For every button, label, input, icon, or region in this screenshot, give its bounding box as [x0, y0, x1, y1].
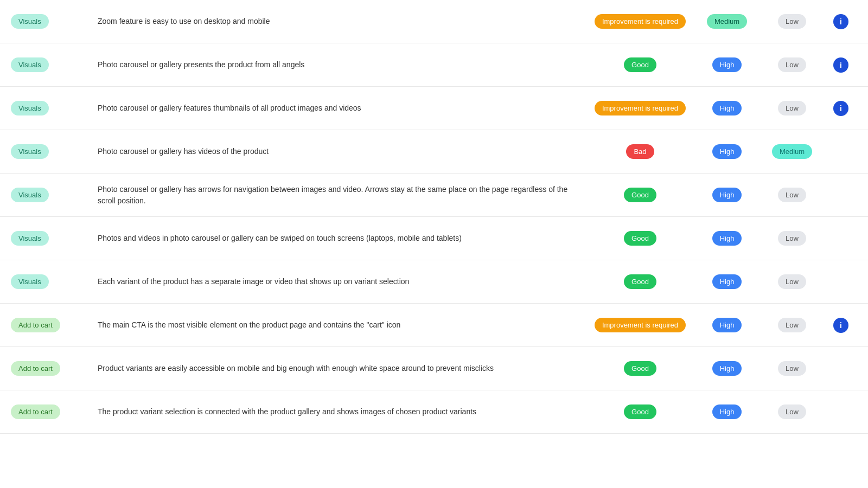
effort-badge: Low	[778, 404, 806, 419]
effort-badge: Low	[778, 188, 806, 202]
info-column: i	[825, 14, 857, 29]
effort-badge: Low	[778, 101, 806, 115]
table-row: Visuals Photo carousel or gallery has ar…	[0, 174, 868, 217]
priority-badge: High	[712, 404, 742, 419]
priority-badge: High	[712, 144, 742, 159]
effort-column: Low	[760, 57, 825, 72]
description-column: Photo carousel or gallery has arrows for…	[98, 184, 586, 207]
priority-column: High	[694, 57, 760, 72]
status-badge: Bad	[626, 144, 654, 159]
category-column: Add to cart	[11, 404, 98, 419]
table-row: Visuals Each variant of the product has …	[0, 260, 868, 304]
effort-column: Low	[760, 101, 825, 115]
description-column: Photo carousel or gallery presents the p…	[98, 59, 586, 70]
description-column: Product variants are easily accessible o…	[98, 363, 586, 374]
status-badge: Good	[624, 231, 656, 246]
effort-column: Low	[760, 361, 825, 376]
category-column: Visuals	[11, 274, 98, 289]
effort-badge: Low	[778, 231, 806, 246]
category-column: Add to cart	[11, 318, 98, 332]
priority-badge: High	[712, 231, 742, 246]
description-column: Each variant of the product has a separa…	[98, 276, 586, 287]
info-icon[interactable]: i	[833, 318, 848, 333]
effort-badge: Low	[778, 57, 806, 72]
effort-badge: Low	[778, 14, 806, 29]
status-column: Improvement is required	[586, 14, 694, 29]
info-icon[interactable]: i	[833, 14, 848, 29]
info-icon[interactable]: i	[833, 57, 848, 73]
info-column: i	[825, 318, 857, 333]
category-column: Visuals	[11, 57, 98, 72]
description-column: The product variant selection is connect…	[98, 406, 586, 418]
priority-column: Medium	[694, 14, 760, 29]
category-badge: Visuals	[11, 274, 49, 289]
status-badge: Good	[624, 404, 656, 419]
priority-column: High	[694, 188, 760, 202]
category-badge: Visuals	[11, 188, 49, 202]
category-badge: Visuals	[11, 101, 49, 115]
status-badge: Good	[624, 57, 656, 72]
priority-column: High	[694, 101, 760, 115]
main-table: Visuals Zoom feature is easy to use on d…	[0, 0, 868, 488]
category-column: Add to cart	[11, 361, 98, 376]
category-column: Visuals	[11, 144, 98, 159]
effort-column: Low	[760, 404, 825, 419]
category-badge: Add to cart	[11, 361, 60, 376]
effort-badge: Low	[778, 361, 806, 376]
category-badge: Visuals	[11, 14, 49, 29]
effort-badge: Low	[778, 274, 806, 289]
category-badge: Visuals	[11, 231, 49, 246]
effort-column: Low	[760, 188, 825, 202]
priority-column: High	[694, 361, 760, 376]
status-column: Improvement is required	[586, 101, 694, 115]
status-badge: Good	[624, 361, 656, 376]
priority-column: High	[694, 318, 760, 332]
status-column: Good	[586, 57, 694, 72]
priority-column: High	[694, 144, 760, 159]
description-column: Zoom feature is easy to use on desktop a…	[98, 16, 586, 27]
description-column: Photos and videos in photo carousel or g…	[98, 233, 586, 244]
status-column: Improvement is required	[586, 318, 694, 332]
status-badge: Good	[624, 188, 656, 202]
priority-badge: High	[712, 188, 742, 202]
priority-badge: High	[712, 274, 742, 289]
priority-badge: High	[712, 361, 742, 376]
effort-column: Low	[760, 274, 825, 289]
description-column: Photo carousel or gallery has videos of …	[98, 146, 586, 157]
effort-column: Low	[760, 231, 825, 246]
info-column: i	[825, 57, 857, 73]
status-badge: Improvement is required	[595, 14, 686, 29]
category-column: Visuals	[11, 188, 98, 202]
category-badge: Add to cart	[11, 318, 60, 332]
status-column: Bad	[586, 144, 694, 159]
priority-column: High	[694, 231, 760, 246]
priority-badge: High	[712, 318, 742, 332]
status-badge: Good	[624, 274, 656, 289]
effort-column: Low	[760, 14, 825, 29]
category-badge: Visuals	[11, 57, 49, 72]
table-row: Visuals Photo carousel or gallery has vi…	[0, 130, 868, 174]
priority-column: High	[694, 404, 760, 419]
status-column: Good	[586, 274, 694, 289]
status-column: Good	[586, 361, 694, 376]
info-icon[interactable]: i	[833, 101, 848, 116]
description-column: The main CTA is the most visible element…	[98, 319, 586, 331]
table-row: Add to cart Product variants are easily …	[0, 347, 868, 390]
status-column: Good	[586, 231, 694, 246]
table-row: Visuals Photos and videos in photo carou…	[0, 217, 868, 260]
priority-badge: Medium	[707, 14, 747, 29]
description-column: Photo carousel or gallery features thumb…	[98, 102, 586, 114]
effort-column: Low	[760, 318, 825, 332]
category-column: Visuals	[11, 231, 98, 246]
priority-badge: High	[712, 101, 742, 115]
priority-badge: High	[712, 57, 742, 72]
effort-column: Medium	[760, 144, 825, 159]
effort-badge: Low	[778, 318, 806, 332]
table-row: Visuals Photo carousel or gallery featur…	[0, 87, 868, 130]
category-badge: Add to cart	[11, 404, 60, 419]
category-column: Visuals	[11, 14, 98, 29]
category-badge: Visuals	[11, 144, 49, 159]
status-column: Good	[586, 404, 694, 419]
status-badge: Improvement is required	[595, 318, 686, 332]
table-row: Visuals Zoom feature is easy to use on d…	[0, 0, 868, 43]
